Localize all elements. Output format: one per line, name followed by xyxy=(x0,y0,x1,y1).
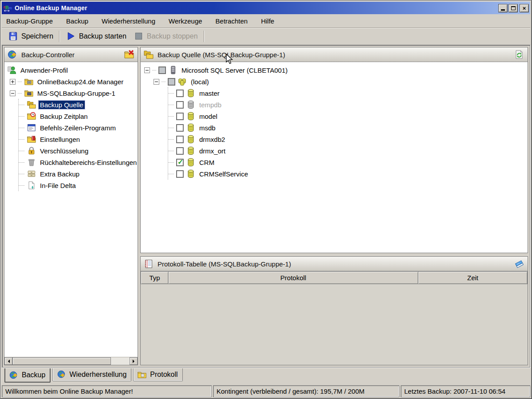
tree-node-profile[interactable]: Anwender-Profil xyxy=(6,64,138,76)
selected-tree-item: Backup Quelle xyxy=(39,101,85,109)
controller-tree: Anwender-Profil OnlineBackup24.de Manage… xyxy=(4,62,138,357)
tree-node-manager[interactable]: OnlineBackup24.de Manager xyxy=(6,76,138,87)
db-checkbox[interactable] xyxy=(176,147,184,155)
tree-item-verschluesselung[interactable]: Verschlüsselung xyxy=(19,145,138,156)
tree-node-sql-server[interactable]: Microsoft SQL Server (CLBETA001) xyxy=(142,64,528,76)
arrow-right-icon xyxy=(133,360,136,363)
scroll-right-button[interactable] xyxy=(130,357,138,365)
bottom-tab-bar: Backup Wiederherstellung Protokoll xyxy=(2,368,530,384)
backup-controller-panel: Backup-Controller Anwender-Profil Online… xyxy=(4,47,138,365)
db-checkbox[interactable] xyxy=(176,113,184,120)
mouse-cursor xyxy=(225,54,236,65)
maximize-button[interactable] xyxy=(508,4,518,12)
refresh-button[interactable] xyxy=(513,49,525,60)
menu-backup-gruppe[interactable]: Backup-Gruppe xyxy=(6,17,53,25)
globe-up-icon xyxy=(9,370,19,380)
log-panel-title: Protokoll-Tabelle (MS-SQLBackup-Gruppe-1… xyxy=(158,260,291,268)
sql-server-icon xyxy=(168,65,178,75)
menu-backup[interactable]: Backup xyxy=(66,17,88,25)
minimize-button[interactable] xyxy=(498,4,508,12)
maximize-icon xyxy=(511,6,516,10)
collapse-toggle-minus[interactable] xyxy=(10,90,16,96)
tree-node-local-instance[interactable]: (local) xyxy=(154,76,528,87)
db-row-drmx-ort[interactable]: drmx_ort xyxy=(168,145,528,156)
database-group-icon xyxy=(177,77,187,86)
log-table-header: Typ Protokoll Zeit xyxy=(141,271,528,284)
menu-hilfe[interactable]: Hilfe xyxy=(261,17,274,25)
instance-checkbox[interactable] xyxy=(168,78,175,86)
folder-computer-icon xyxy=(24,77,34,86)
toolbar: Speichern Backup starten Backup stoppen xyxy=(2,27,530,44)
main-area: Backup-Controller Anwender-Profil Online… xyxy=(2,45,530,368)
folder-book-icon xyxy=(27,134,36,144)
folder-delete-icon xyxy=(124,49,134,60)
column-header-typ[interactable]: Typ xyxy=(141,271,169,284)
file-delta-icon xyxy=(27,180,36,190)
db-checkbox[interactable] xyxy=(176,101,184,109)
scrollbar-track[interactable] xyxy=(111,357,130,365)
backup-start-button[interactable]: Backup starten xyxy=(62,29,130,43)
menu-betrachten[interactable]: Betrachten xyxy=(216,17,248,25)
tab-protokoll[interactable]: Protokoll xyxy=(133,368,182,381)
db-checkbox[interactable] xyxy=(176,170,184,178)
trash-icon xyxy=(27,157,36,167)
menu-werkzeuge[interactable]: Werkzeuge xyxy=(169,17,202,25)
server-checkbox[interactable] xyxy=(158,66,166,74)
db-row-crm[interactable]: CRM xyxy=(168,156,528,168)
tree-item-backup-zeitplan[interactable]: Backup Zeitplan xyxy=(19,110,138,122)
backup-source-header: Backup Quelle (MS-SQLBackup-Gruppe-1) xyxy=(141,47,528,62)
scrollbar-thumb[interactable] xyxy=(12,357,111,365)
log-panel: Protokoll-Tabelle (MS-SQLBackup-Gruppe-1… xyxy=(140,256,528,365)
delete-backupset-button[interactable] xyxy=(123,49,135,60)
database-icon xyxy=(186,111,196,121)
expand-toggle-plus[interactable] xyxy=(10,79,16,85)
lock-icon xyxy=(27,146,36,156)
db-row-tempdb[interactable]: tempdb xyxy=(168,99,528,110)
db-row-model[interactable]: model xyxy=(168,110,528,122)
tab-backup[interactable]: Backup xyxy=(4,368,51,383)
titlebar[interactable]: Online Backup Manager × xyxy=(2,2,530,14)
tree-item-infile-delta[interactable]: In-File Delta xyxy=(19,180,138,191)
close-button[interactable]: × xyxy=(520,4,529,12)
database-list: master tempdb model xyxy=(168,87,528,180)
drawers-icon xyxy=(27,169,36,179)
folder-group-icon xyxy=(24,88,34,98)
tree-item-backup-quelle[interactable]: Backup Quelle xyxy=(19,99,138,110)
db-checkbox[interactable] xyxy=(176,90,184,97)
tree-item-rueckhaltebereich[interactable]: Rückhaltebereichs-Einstellungen xyxy=(19,156,138,168)
tree-item-einstellungen[interactable]: Einstellungen xyxy=(19,133,138,145)
db-row-crmselfservice[interactable]: CRMSelfService xyxy=(168,168,528,180)
toolbar-separator xyxy=(204,31,205,42)
scroll-left-button[interactable] xyxy=(4,357,12,365)
db-checkbox[interactable] xyxy=(176,124,184,132)
tree-node-group[interactable]: MS-SQLBackup-Gruppe-1 xyxy=(6,87,138,99)
tree-item-befehlszeilen[interactable]: Befehls-Zeilen-Programm xyxy=(19,122,138,133)
backup-stop-button[interactable]: Backup stoppen xyxy=(130,29,201,43)
menu-wiederherstellung[interactable]: Wiederherstellung xyxy=(102,17,155,25)
backup-source-title: Backup Quelle (MS-SQLBackup-Gruppe-1) xyxy=(158,51,285,59)
db-row-drmxdb2[interactable]: drmxdb2 xyxy=(168,133,528,145)
column-header-zeit[interactable]: Zeit xyxy=(418,271,528,284)
save-button[interactable]: Speichern xyxy=(4,29,57,43)
tree-item-extra-backup[interactable]: Extra Backup xyxy=(19,168,138,180)
tab-wiederherstellung[interactable]: Wiederherstellung xyxy=(52,368,131,381)
dual-folder-icon xyxy=(143,49,154,60)
status-welcome: Willkommen beim Online Backup Manager! xyxy=(2,385,212,397)
floppy-icon xyxy=(8,31,18,41)
collapse-toggle-minus[interactable] xyxy=(154,79,159,85)
database-icon xyxy=(186,146,196,156)
collapse-toggle-minus[interactable] xyxy=(144,67,150,73)
app-window: Online Backup Manager × Backup-Gruppe Ba… xyxy=(0,0,532,399)
notebook-icon xyxy=(143,258,154,269)
column-header-protokoll[interactable]: Protokoll xyxy=(169,271,418,284)
status-bar: Willkommen beim Online Backup Manager! K… xyxy=(2,384,530,397)
sql-tree: Microsoft SQL Server (CLBETA001) (local) xyxy=(141,62,528,253)
horizontal-scrollbar[interactable] xyxy=(4,357,138,365)
clear-log-button[interactable] xyxy=(513,258,525,270)
db-row-msdb[interactable]: msdb xyxy=(168,122,528,133)
dual-folder-icon xyxy=(27,100,36,110)
db-checkbox[interactable] xyxy=(176,136,184,143)
db-checkbox[interactable] xyxy=(176,159,184,166)
database-icon xyxy=(186,134,196,144)
db-row-master[interactable]: master xyxy=(168,87,528,99)
